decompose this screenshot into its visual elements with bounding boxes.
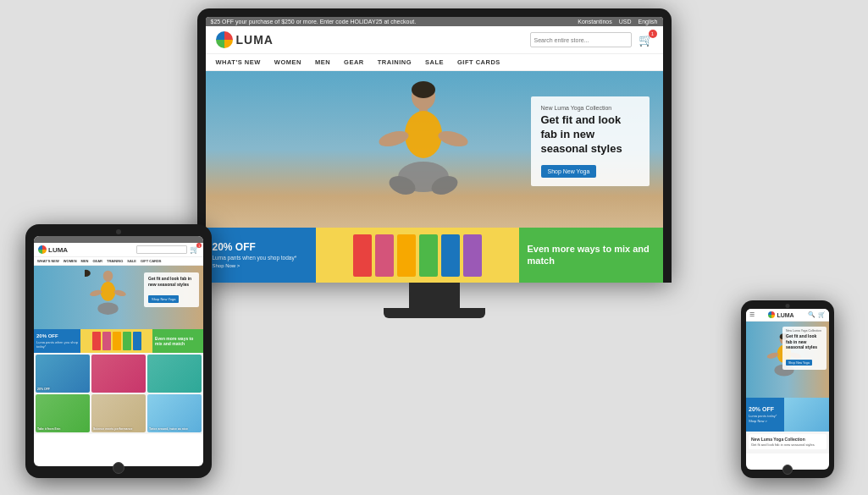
hero-cta-button[interactable]: Shop New Yoga bbox=[541, 165, 597, 178]
scene: $25 OFF your purchase of $250 or more. E… bbox=[0, 0, 868, 495]
phone-promo-strip: 20% OFF Luma pants today* Shop Now > bbox=[746, 398, 829, 432]
promo-mix-match: Even more ways to mix and match bbox=[519, 228, 663, 283]
phone-hero-subtitle: New Luma Yoga Collection bbox=[786, 329, 823, 333]
tablet-swatch-pink bbox=[102, 332, 111, 350]
desktop-device: $25 OFF your purchase of $250 or more. E… bbox=[197, 8, 672, 318]
topbar-user[interactable]: Konstantinos bbox=[578, 19, 611, 25]
phone-camera bbox=[786, 304, 790, 308]
phone-menu-icon[interactable]: ☰ bbox=[749, 311, 755, 318]
tablet-swatch-blue bbox=[133, 332, 141, 350]
topbar-language[interactable]: English bbox=[639, 19, 658, 25]
swatch-pink bbox=[375, 234, 394, 277]
phone-home-button[interactable] bbox=[782, 465, 793, 475]
hero-subtitle: New Luma Yoga Collection bbox=[541, 105, 639, 111]
monitor-base bbox=[384, 308, 485, 318]
tablet-hero-title: Get fit and look fab in new seasonal sty… bbox=[148, 276, 195, 287]
monitor-screen: $25 OFF your purchase of $250 or more. E… bbox=[206, 17, 663, 283]
logo[interactable]: LUMA bbox=[216, 31, 274, 48]
tablet-logo[interactable]: LUMA bbox=[38, 245, 68, 254]
phone-card-1: New Luma Yoga Collection Get fit and loo… bbox=[749, 434, 827, 449]
tablet-grid-item-4[interactable]: Take it from Erin bbox=[36, 394, 90, 432]
tablet-screen: LUMA 🛒1 WHAT'S NEW WOMEN MEN GEAR TRAINI… bbox=[34, 236, 203, 466]
tablet-device: LUMA 🛒1 WHAT'S NEW WOMEN MEN GEAR TRAINI… bbox=[25, 224, 212, 478]
tablet-nav-sale[interactable]: SALE bbox=[127, 259, 136, 263]
tablet-grid-item-2[interactable] bbox=[91, 355, 146, 393]
tablet-grid-item-3[interactable] bbox=[147, 355, 202, 393]
phone-hero: New Luma Yoga Collection Get fit and loo… bbox=[746, 322, 829, 398]
phone-hero-title: Get fit and look fab in new seasonal sty… bbox=[786, 333, 823, 350]
promo-strip: 20% OFF Luma pants when you shop today* … bbox=[206, 228, 663, 283]
promo-shop-link[interactable]: Shop Now > bbox=[213, 263, 309, 268]
svg-point-15 bbox=[85, 270, 91, 277]
search-input[interactable] bbox=[530, 32, 632, 47]
phone-hero-cta[interactable]: Shop New Yoga bbox=[786, 360, 812, 366]
phone-cart-icon[interactable]: 🛒 bbox=[818, 311, 826, 318]
tablet-nav-gift-cards[interactable]: GIFT CARDS bbox=[141, 259, 161, 263]
tablet-grid-item-6[interactable]: Twice around, twice as nice bbox=[147, 394, 202, 432]
nav-item-gear[interactable]: GEAR bbox=[344, 58, 364, 66]
tablet-hero: Get fit and look fab in new seasonal sty… bbox=[34, 266, 203, 329]
monitor-frame: $25 OFF your purchase of $250 or more. E… bbox=[197, 8, 672, 283]
svg-point-2 bbox=[405, 111, 442, 158]
phone-promo-left: 20% OFF Luma pants today* Shop Now > bbox=[746, 398, 784, 432]
tablet-yoga-figure bbox=[85, 266, 131, 329]
nav-item-men[interactable]: MEN bbox=[315, 58, 330, 66]
phone-card-title: New Luma Yoga Collection bbox=[751, 437, 824, 442]
tablet-swatch-yellow bbox=[113, 332, 121, 350]
phone-logo[interactable]: LUMA bbox=[768, 311, 793, 318]
tablet-promo-strip: 20% OFF Luma pants when you shop today* … bbox=[34, 329, 203, 353]
nav-item-sale[interactable]: SALE bbox=[425, 58, 444, 66]
swatch-purple bbox=[463, 234, 482, 277]
promo-color-swatches bbox=[316, 228, 519, 283]
tablet-hero-cta[interactable]: Shop New Yoga bbox=[148, 295, 179, 303]
phone-logo-text: LUMA bbox=[777, 312, 793, 318]
tablet-nav: WHAT'S NEW WOMEN MEN GEAR TRAINING SALE … bbox=[34, 257, 203, 266]
tablet-cart[interactable]: 🛒1 bbox=[190, 245, 199, 254]
tablet-nav-gear[interactable]: GEAR bbox=[92, 259, 102, 263]
phone-frame: ☰ LUMA 🔍 🛒 bbox=[741, 300, 834, 478]
tablet-nav-women[interactable]: WOMEN bbox=[64, 259, 77, 263]
cart-button[interactable]: 🛒 1 bbox=[639, 33, 653, 47]
tablet-header-right: 🛒1 bbox=[136, 245, 199, 254]
monitor-stand bbox=[197, 283, 672, 318]
phone-promo-title: 20% OFF bbox=[749, 406, 782, 413]
yoga-figure bbox=[368, 71, 478, 228]
phone-content-area: New Luma Yoga Collection Get fit and loo… bbox=[746, 432, 829, 454]
topbar-promo-text: $25 OFF your purchase of $250 or more. E… bbox=[211, 19, 417, 25]
tablet-hero-text-box: Get fit and look fab in new seasonal sty… bbox=[144, 272, 199, 307]
site-header: LUMA 🛒 1 bbox=[206, 26, 663, 54]
tablet-nav-men[interactable]: MEN bbox=[81, 259, 89, 263]
logo-text: LUMA bbox=[236, 33, 274, 47]
tablet-swatch-green bbox=[123, 332, 131, 350]
tablet-swatch-red bbox=[92, 332, 101, 350]
tablet-nav-whats-new[interactable]: WHAT'S NEW bbox=[37, 259, 59, 263]
tablet-grid-item-1[interactable]: 20% OFF bbox=[36, 355, 90, 393]
nav-item-women[interactable]: WOMEN bbox=[274, 58, 301, 66]
nav-item-whats-new[interactable]: WHAT'S NEW bbox=[216, 58, 261, 66]
monitor-neck bbox=[409, 283, 460, 308]
tablet-logo-icon bbox=[38, 245, 47, 254]
tablet-grid-label-5: Science meets performance bbox=[93, 427, 133, 431]
promo-mix-match-title: Even more ways to mix and match bbox=[528, 244, 655, 266]
tablet-logo-text: LUMA bbox=[48, 246, 68, 254]
tablet-camera bbox=[116, 229, 121, 234]
nav-item-training[interactable]: TRAINING bbox=[378, 58, 412, 66]
tablet-search[interactable] bbox=[136, 245, 187, 254]
nav-item-gift-cards[interactable]: GIFT CARDS bbox=[457, 58, 500, 66]
tablet-grid-item-5[interactable]: Science meets performance bbox=[91, 394, 146, 432]
swatch-blue bbox=[441, 234, 460, 277]
promo-discount-sub: Luma pants when you shop today* bbox=[213, 255, 309, 261]
promo-discount: 20% OFF Luma pants when you shop today* … bbox=[206, 228, 316, 283]
tablet-home-button[interactable] bbox=[113, 462, 124, 474]
tablet-promo-swatches bbox=[80, 329, 152, 353]
svg-point-11 bbox=[101, 282, 116, 301]
phone-logo-icon bbox=[768, 311, 775, 318]
tablet-nav-training[interactable]: TRAINING bbox=[107, 259, 123, 263]
phone-promo-link[interactable]: Shop Now > bbox=[749, 419, 782, 423]
svg-point-14 bbox=[97, 302, 118, 315]
phone-promo-img bbox=[784, 398, 829, 432]
tablet-promo-right-title: Even more ways to mix and match bbox=[155, 336, 201, 346]
site-topbar: $25 OFF your purchase of $250 or more. E… bbox=[206, 17, 663, 26]
phone-search-icon[interactable]: 🔍 bbox=[808, 311, 815, 318]
topbar-currency[interactable]: USD bbox=[619, 19, 632, 25]
